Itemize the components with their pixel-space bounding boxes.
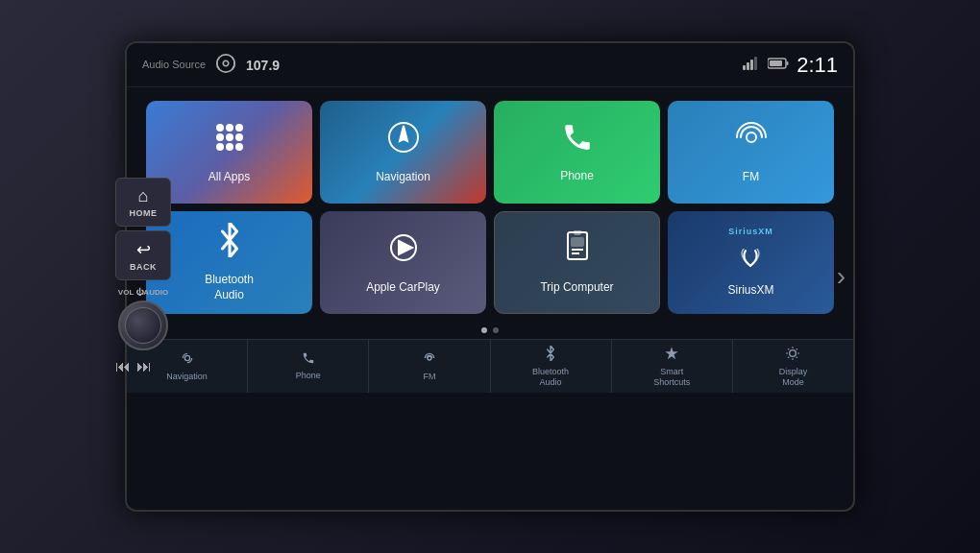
bottom-bt-icon — [545, 346, 556, 364]
svg-marker-21 — [399, 241, 412, 254]
fm-label: FM — [743, 170, 759, 185]
svg-point-29 — [790, 350, 796, 357]
svg-rect-3 — [750, 60, 753, 70]
bottom-display-mode-icon — [785, 346, 800, 364]
audio-source-label: Audio Source — [142, 59, 206, 71]
fm-icon — [734, 120, 769, 162]
battery-icon — [768, 58, 789, 72]
bottom-phone-item[interactable]: Phone — [248, 340, 369, 393]
bottom-smart-shortcuts-icon — [664, 346, 679, 364]
bluetooth-audio-label: BluetoothAudio — [205, 273, 254, 302]
signal-icon — [743, 57, 760, 73]
bottom-phone-label: Phone — [296, 371, 321, 381]
prev-track-button[interactable]: ⏮ — [115, 358, 131, 375]
svg-point-19 — [747, 132, 756, 142]
svg-point-0 — [223, 60, 229, 66]
media-controls: ⏮ ⏭ — [115, 358, 171, 375]
volume-section: VOL ⏻AUDIO — [115, 288, 171, 350]
svg-marker-18 — [400, 126, 407, 141]
all-apps-label: All Apps — [208, 170, 250, 185]
bluetooth-icon — [216, 223, 243, 265]
svg-rect-7 — [787, 61, 789, 65]
home-button[interactable]: ⌂ HOME — [115, 178, 171, 227]
svg-point-9 — [226, 124, 233, 132]
svg-rect-2 — [747, 62, 749, 70]
svg-rect-23 — [572, 238, 583, 246]
back-button[interactable]: ↩ BACK — [115, 230, 171, 280]
svg-point-11 — [216, 133, 224, 141]
bottom-fm-item[interactable]: FM — [369, 340, 490, 393]
tile-navigation[interactable]: Navigation — [320, 101, 486, 204]
bottom-smart-shortcuts-label: SmartShortcuts — [653, 367, 690, 388]
svg-point-16 — [235, 143, 243, 151]
dot-2[interactable] — [493, 327, 499, 333]
status-right: 2:11 — [743, 53, 838, 78]
tile-apple-carplay[interactable]: Apple CarPlay — [320, 211, 486, 314]
tile-sirius-xm[interactable]: SiriusXM SiriusXM — [668, 211, 834, 314]
svg-point-27 — [184, 356, 189, 361]
sirius-icon: SiriusXM — [728, 227, 773, 276]
next-page-chevron[interactable]: › — [837, 261, 845, 292]
svg-rect-26 — [575, 230, 580, 234]
home-label: HOME — [130, 208, 158, 218]
bottom-display-mode-item[interactable]: DisplayMode — [733, 340, 853, 393]
volume-knob-inner — [125, 307, 161, 344]
phone-icon — [561, 121, 594, 161]
svg-rect-6 — [770, 60, 782, 66]
next-track-button[interactable]: ⏭ — [136, 358, 152, 375]
bottom-nav-icon — [180, 350, 195, 369]
status-bar: Audio Source 107.9 — [127, 43, 853, 87]
main-screen: Audio Source 107.9 — [125, 41, 855, 512]
radio-icon — [215, 53, 236, 78]
bottom-bt-audio-label: BluetoothAudio — [532, 367, 569, 388]
svg-point-15 — [226, 143, 233, 151]
home-icon: ⌂ — [138, 186, 149, 206]
status-left: Audio Source 107.9 — [142, 53, 280, 78]
carplay-label: Apple CarPlay — [366, 280, 440, 296]
navigation-icon — [386, 120, 421, 162]
bottom-display-mode-label: DisplayMode — [779, 367, 808, 388]
svg-point-13 — [235, 133, 243, 141]
phone-label: Phone — [560, 169, 594, 184]
svg-point-28 — [428, 356, 431, 360]
svg-point-10 — [235, 124, 243, 132]
navigation-label: Navigation — [376, 170, 430, 185]
bottom-bt-audio-item[interactable]: BluetoothAudio — [491, 340, 612, 393]
svg-point-12 — [226, 133, 233, 141]
sirius-xm-label: SiriusXM — [727, 283, 773, 299]
carplay-icon — [386, 230, 421, 273]
trip-computer-label: Trip Computer — [540, 280, 613, 296]
dot-1[interactable] — [481, 327, 487, 333]
volume-knob[interactable] — [118, 301, 168, 350]
svg-rect-1 — [743, 65, 746, 70]
tile-phone[interactable]: Phone — [494, 101, 660, 204]
vol-label: VOL ⏻AUDIO — [118, 288, 168, 297]
car-surround: ⌂ HOME ↩ BACK VOL ⏻AUDIO ⏮ ⏭ Audio Sourc… — [0, 0, 980, 553]
frequency-display: 107.9 — [246, 58, 280, 73]
back-label: BACK — [130, 262, 157, 272]
bottom-bar: Navigation Phone FM — [127, 339, 853, 393]
svg-rect-4 — [754, 57, 757, 70]
pagination-dots — [127, 322, 853, 339]
trip-computer-icon — [562, 230, 593, 273]
back-icon: ↩ — [136, 239, 151, 260]
tile-trip-computer[interactable]: Trip Computer — [494, 211, 660, 314]
bottom-fm-label: FM — [423, 372, 435, 382]
all-apps-icon — [212, 120, 247, 162]
tile-fm[interactable]: FM — [668, 101, 834, 204]
bottom-fm-icon — [422, 350, 437, 369]
bottom-nav-label: Navigation — [166, 372, 208, 382]
bottom-smart-shortcuts-item[interactable]: SmartShortcuts — [612, 340, 733, 393]
app-grid: All Apps Navigation Phone — [127, 87, 853, 322]
svg-point-14 — [216, 143, 224, 151]
bottom-phone-icon — [302, 351, 315, 368]
side-controls: ⌂ HOME ↩ BACK VOL ⏻AUDIO ⏮ ⏭ — [115, 178, 171, 375]
svg-point-8 — [216, 124, 224, 132]
clock-display: 2:11 — [796, 53, 838, 78]
